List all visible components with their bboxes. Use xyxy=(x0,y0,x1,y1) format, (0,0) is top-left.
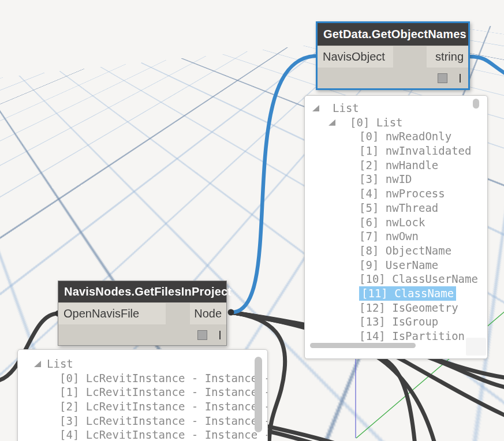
tree-row[interactable]: [6] nwLock xyxy=(305,215,487,230)
tree-row[interactable]: [1] LcRevitInstance - Instance - xyxy=(18,385,267,399)
tree-row[interactable]: [4] nwProcess xyxy=(305,186,487,201)
tree-item-label[interactable]: [4] nwProcess xyxy=(359,186,445,201)
watch-preview-bubble-objectnames[interactable]: List[0] List[0] nwReadOnly[1] nwInvalida… xyxy=(304,95,488,359)
tree-item-label[interactable]: [13] IsGroup xyxy=(359,315,438,329)
tree-row[interactable]: [4] LcRevitInstance - Instance - xyxy=(18,428,267,441)
tree-item-label[interactable]: [2] LcRevitInstance - Instance - xyxy=(59,399,267,414)
watch-preview-bubble-files[interactable]: List[0] LcRevitInstance - Instance -[1] … xyxy=(17,349,268,441)
tree-item-label[interactable]: [9] UserName xyxy=(359,258,438,272)
tree-row[interactable]: [12] IsGeometry xyxy=(305,301,487,315)
preview-tree: List[0] LcRevitInstance - Instance -[1] … xyxy=(18,350,267,441)
tree-row[interactable]: [0] LcRevitInstance - Instance - xyxy=(18,371,267,386)
tree-row[interactable]: [11] ClassName xyxy=(305,286,487,301)
tree-item-label[interactable]: [11] ClassName xyxy=(359,286,456,301)
tree-item-label[interactable]: [0] LcRevitInstance - Instance - xyxy=(59,371,267,386)
tree-row[interactable]: [8] ObjectName xyxy=(305,244,487,258)
tree-row[interactable]: [2] nwHandle xyxy=(305,158,487,173)
selected-wire[interactable] xyxy=(470,57,504,75)
tree-item-label[interactable]: [0] List xyxy=(350,115,403,130)
node-title-bar[interactable]: NavisNodes.GetFilesInProject xyxy=(58,281,226,302)
tree-item-label[interactable]: [1] nwInvalidated xyxy=(359,144,471,158)
expander-icon[interactable] xyxy=(328,119,335,126)
tree-row[interactable]: [3] LcRevitInstance - Instance - xyxy=(18,414,267,428)
input-port-opennavisfile[interactable]: OpenNavisFile xyxy=(58,303,166,324)
tree-item-label[interactable]: [2] nwHandle xyxy=(359,158,438,173)
preview-tree: List[0] List[0] nwReadOnly[1] nwInvalida… xyxy=(305,96,487,358)
tree-row[interactable]: [3] nwID xyxy=(305,172,487,186)
output-port-node[interactable]: Node xyxy=(190,303,226,324)
tree-item-label[interactable]: [3] nwID xyxy=(359,172,412,186)
tree-row[interactable]: [1] nwInvalidated xyxy=(305,144,487,158)
vertical-scrollbar-thumb[interactable] xyxy=(255,357,262,432)
output-port-connector[interactable] xyxy=(228,309,234,316)
tree-row[interactable]: [14] IsPartition xyxy=(305,329,487,343)
selected-wire[interactable] xyxy=(231,56,315,312)
tree-item-label[interactable]: [6] nwLock xyxy=(359,215,425,230)
caret-bar-icon xyxy=(219,331,221,339)
tree-item-label[interactable]: [8] ObjectName xyxy=(359,244,451,258)
node-navisnodes-getfilesinproject[interactable]: NavisNodes.GetFilesInProject OpenNavisFi… xyxy=(58,281,227,346)
horizontal-scrollbar-thumb[interactable] xyxy=(310,343,416,348)
tree-row[interactable]: List xyxy=(18,357,267,371)
tree-item-label[interactable]: List xyxy=(333,101,359,115)
tree-item-label[interactable]: [0] nwReadOnly xyxy=(359,129,451,144)
tree-item-label[interactable]: List xyxy=(47,357,73,371)
preview-square-icon[interactable] xyxy=(197,330,207,340)
node-title: GetData.GetObjectNames xyxy=(323,28,466,41)
tree-row[interactable]: [0] nwReadOnly xyxy=(305,129,487,144)
vertical-scrollbar-thumb[interactable] xyxy=(473,99,479,109)
expander-icon[interactable] xyxy=(34,361,41,367)
tree-row[interactable]: [13] IsGroup xyxy=(305,315,487,329)
tree-item-label[interactable]: [5] nwThread xyxy=(359,201,438,215)
tree-item-label[interactable]: [14] IsPartition xyxy=(359,329,465,343)
scrollbar-corner xyxy=(466,338,486,356)
tree-item-label[interactable]: [12] IsGeometry xyxy=(359,301,458,315)
output-port-string[interactable]: string xyxy=(427,46,468,68)
tree-row[interactable]: [0] List xyxy=(305,115,487,130)
tree-row[interactable]: [10] ClassUserName xyxy=(305,272,487,286)
expander-icon[interactable] xyxy=(312,105,319,111)
tree-row[interactable]: List xyxy=(305,101,487,115)
caret-bar-icon xyxy=(460,74,461,83)
node-title: NavisNodes.GetFilesInProject xyxy=(64,285,232,298)
tree-item-label[interactable]: [4] LcRevitInstance - Instance - xyxy=(59,428,267,441)
tree-row[interactable]: [5] nwThread xyxy=(305,201,487,215)
tree-item-label[interactable]: [3] LcRevitInstance - Instance - xyxy=(59,414,267,428)
node-title-bar[interactable]: GetData.GetObjectNames xyxy=(318,23,468,46)
node-getdata-getobjectnames[interactable]: GetData.GetObjectNames NavisObject strin… xyxy=(316,21,470,90)
preview-square-icon[interactable] xyxy=(438,73,447,83)
tree-item-label[interactable]: [10] ClassUserName xyxy=(359,272,478,286)
tree-row[interactable]: [7] nwOwn xyxy=(305,229,487,244)
input-port-navisobject[interactable]: NavisObject xyxy=(318,46,393,68)
tree-row[interactable]: [9] UserName xyxy=(305,258,487,272)
tree-row[interactable]: [2] LcRevitInstance - Instance - xyxy=(18,399,267,414)
tree-item-label[interactable]: [1] LcRevitInstance - Instance - xyxy=(59,385,267,399)
tree-item-label[interactable]: [7] nwOwn xyxy=(359,229,419,244)
